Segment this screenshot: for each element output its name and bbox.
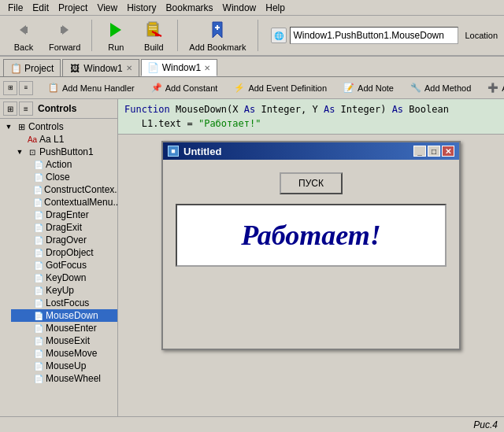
run-label: Run bbox=[108, 42, 124, 52]
forward-button[interactable]: Forward bbox=[44, 17, 85, 54]
tree-item-dragover[interactable]: 📄 DragOver bbox=[11, 234, 117, 246]
tree-area[interactable]: ▼ ⊞ Controls Aa Aa L1 ▼ ⊡ PushButton1 📄 … bbox=[0, 119, 117, 416]
tree-root-icon: ⊞ bbox=[16, 121, 27, 132]
sidebar-title: Controls bbox=[35, 103, 76, 114]
tree-item-mx-icon: 📄 bbox=[33, 335, 44, 346]
sim-close-btn[interactable]: ✕ bbox=[442, 146, 454, 157]
tab-window1-2-label: Window1 bbox=[162, 62, 201, 73]
tree-item-de-icon: 📄 bbox=[33, 209, 44, 220]
menu-view[interactable]: View bbox=[92, 1, 122, 15]
tree-item-keydown[interactable]: 📄 KeyDown bbox=[11, 271, 117, 284]
tree-item-lf-label: LostFocus bbox=[46, 297, 89, 308]
build-icon bbox=[143, 19, 165, 41]
add-bookmark-button[interactable]: Add Bookmark bbox=[184, 17, 250, 54]
tree-aa-label: Aa L1 bbox=[39, 134, 64, 145]
sim-minimize-btn[interactable]: _ bbox=[413, 146, 426, 157]
tree-item-mouseexit[interactable]: 📄 MouseExit bbox=[11, 334, 117, 347]
sidebar-toggle-2[interactable]: ≡ bbox=[19, 102, 33, 116]
tree-item-contextualmenu[interactable]: 📄 ContextualMenu... bbox=[11, 196, 117, 209]
sidebar-toggle-1[interactable]: ⊞ bbox=[3, 102, 17, 116]
svg-marker-2 bbox=[110, 23, 121, 37]
main-area: ⊞ ≡ Controls ▼ ⊞ Controls Aa Aa L1 ▼ ⊡ P… bbox=[0, 99, 504, 416]
tab-project[interactable]: 📋 Project bbox=[3, 59, 61, 76]
tree-pushbutton1[interactable]: ▼ ⊡ PushButton1 bbox=[11, 146, 117, 158]
tree-item-mouseenter[interactable]: 📄 MouseEnter bbox=[11, 322, 117, 334]
tree-item-mousewheel[interactable]: 📄 MouseWheel bbox=[11, 372, 117, 385]
tree-item-drop-icon: 📄 bbox=[33, 247, 44, 258]
tree-item-lf-icon: 📄 bbox=[33, 297, 44, 308]
build-label: Build bbox=[144, 42, 163, 52]
tree-item-mouseup[interactable]: 📄 MouseUp bbox=[11, 360, 117, 372]
sim-title-icon: ■ bbox=[168, 146, 179, 157]
add-constant-btn[interactable]: 📌 Add Constant bbox=[146, 79, 223, 97]
tree-item-dragexit[interactable]: 📄 DragExit bbox=[11, 221, 117, 234]
sim-icon-glyph: ■ bbox=[171, 147, 175, 155]
location-field[interactable]: Window1.PushButton1.MouseDown bbox=[290, 27, 459, 44]
location-icon: 🌐 bbox=[271, 28, 287, 43]
add-btn[interactable]: ➕ Add bbox=[482, 79, 504, 97]
tree-item-kd-label: KeyDown bbox=[46, 272, 86, 283]
tree-item-gotfocus[interactable]: 📄 GotFocus bbox=[11, 259, 117, 271]
menu-window[interactable]: Window bbox=[218, 1, 261, 15]
tree-item-close-icon: 📄 bbox=[33, 172, 44, 183]
code-indent bbox=[124, 118, 135, 129]
code-assignment: L1.text = bbox=[142, 118, 198, 129]
tab-window1-2-icon: 📄 bbox=[148, 62, 159, 73]
tree-item-constructcontext[interactable]: 📄 ConstructContex... bbox=[11, 183, 117, 196]
tab-window1-1-close[interactable]: ✕ bbox=[126, 64, 132, 72]
tab-window1-2[interactable]: 📄 Window1 ✕ bbox=[141, 59, 217, 76]
sim-titlebar: ■ Untitled _ □ ✕ bbox=[163, 142, 459, 160]
view-btn-2[interactable]: ≡ bbox=[19, 81, 33, 95]
tree-root[interactable]: ▼ ⊞ Controls bbox=[0, 120, 117, 133]
svg-rect-1 bbox=[61, 27, 63, 33]
tree-item-mu-icon: 📄 bbox=[33, 360, 44, 371]
menu-edit[interactable]: Edit bbox=[28, 1, 54, 15]
tree-item-gf-label: GotFocus bbox=[46, 260, 87, 271]
menu-file[interactable]: File bbox=[3, 1, 28, 15]
sim-title-btns: _ □ ✕ bbox=[413, 146, 454, 157]
back-button[interactable]: Back bbox=[6, 17, 41, 54]
tree-item-mousedown[interactable]: 📄 MouseDown bbox=[11, 309, 117, 322]
tree-item-de-label: DragEnter bbox=[46, 209, 89, 220]
add-event-definition-btn[interactable]: ⚡ Add Event Definition bbox=[228, 79, 332, 97]
add-note-btn[interactable]: 📝 Add Note bbox=[338, 79, 398, 97]
tree-item-close[interactable]: 📄 Close bbox=[11, 171, 117, 183]
sim-push-button[interactable]: ПУСК bbox=[280, 172, 343, 194]
tree-item-dx-label: DragExit bbox=[46, 222, 82, 233]
view-toggle-btns: ⊞ ≡ bbox=[3, 81, 33, 95]
tree-item-me-label: MouseEnter bbox=[46, 323, 97, 334]
preview-area: ■ Untitled _ □ ✕ ПУСК Работает! bbox=[118, 135, 504, 416]
tree-item-cc-label: ConstructContex... bbox=[44, 184, 117, 195]
code-as-3: As bbox=[392, 104, 403, 115]
run-button[interactable]: Run bbox=[98, 17, 133, 54]
svg-rect-4 bbox=[149, 22, 157, 25]
code-string-value: "Работает!" bbox=[198, 118, 261, 129]
tree-item-mm-icon: 📄 bbox=[33, 348, 44, 359]
tab-window1-2-close[interactable]: ✕ bbox=[204, 64, 210, 72]
view-btn-1[interactable]: ⊞ bbox=[3, 81, 17, 95]
menu-bookmarks[interactable]: Bookmarks bbox=[161, 1, 218, 15]
menu-history[interactable]: History bbox=[122, 1, 161, 15]
tree-aa-l1[interactable]: Aa Aa L1 bbox=[11, 133, 117, 146]
tab-window1-1[interactable]: 🖼 Window1 ✕ bbox=[62, 59, 139, 76]
back-label: Back bbox=[14, 42, 33, 52]
tree-item-keyup[interactable]: 📄 KeyUp bbox=[11, 284, 117, 297]
code-line-2: L1.text = "Работает!" bbox=[124, 116, 498, 131]
add-menu-handler-btn[interactable]: 📋 Add Menu Handler bbox=[43, 79, 139, 97]
add-method-btn[interactable]: 🔧 Add Method bbox=[405, 79, 476, 97]
sim-maximize-btn[interactable]: □ bbox=[428, 146, 440, 157]
add-event-definition-label: Add Event Definition bbox=[248, 83, 327, 93]
tree-item-action[interactable]: 📄 Action bbox=[11, 158, 117, 171]
tree-item-ku-label: KeyUp bbox=[46, 285, 74, 296]
build-button[interactable]: Build bbox=[136, 17, 171, 54]
location-bar: 🌐 Window1.PushButton1.MouseDown Location bbox=[271, 27, 498, 44]
tree-item-cm-label: ContextualMenu... bbox=[44, 197, 117, 208]
tree-item-mousemove[interactable]: 📄 MouseMove bbox=[11, 347, 117, 360]
tree-item-cm-icon: 📄 bbox=[33, 197, 43, 208]
tree-item-drop-label: DropObject bbox=[46, 247, 94, 258]
tree-item-dropobject[interactable]: 📄 DropObject bbox=[11, 246, 117, 259]
menu-project[interactable]: Project bbox=[54, 1, 92, 15]
menu-help[interactable]: Help bbox=[261, 1, 290, 15]
tree-item-dragenter[interactable]: 📄 DragEnter bbox=[11, 209, 117, 221]
tree-item-lostfocus[interactable]: 📄 LostFocus bbox=[11, 297, 117, 309]
